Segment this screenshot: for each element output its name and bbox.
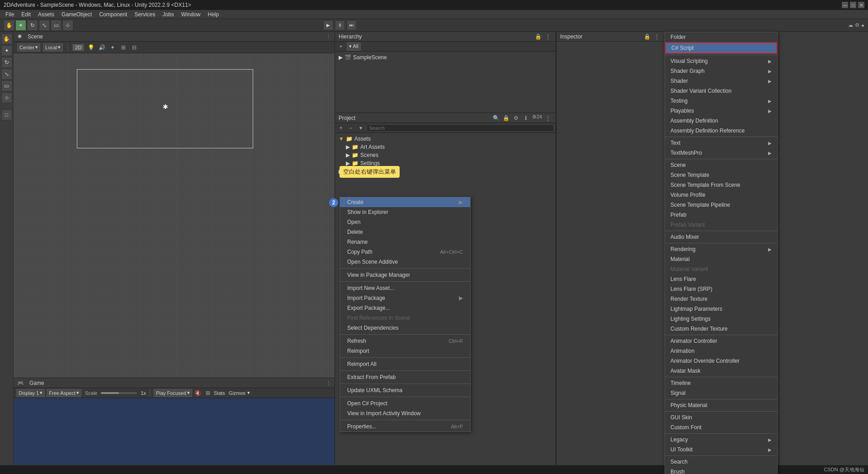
tool-move[interactable]: ✦ (1, 45, 12, 56)
create-menu-gui-skin[interactable]: GUI Skin (665, 412, 777, 422)
ctx-extractprefab[interactable]: Extract From Prefab (340, 372, 470, 382)
hierarchy-add[interactable]: + (337, 43, 345, 51)
ctx-copypath[interactable]: Copy Path Alt+Ctrl+C (340, 247, 470, 257)
menu-gameobject[interactable]: GameObject (58, 10, 95, 19)
menu-component[interactable]: Component (95, 10, 131, 19)
menu-window[interactable]: Window (178, 10, 204, 19)
scene-view[interactable]: ✱ (14, 53, 335, 378)
menu-file[interactable]: File (2, 10, 18, 19)
2d-button[interactable]: 2D (72, 44, 84, 51)
create-menu-scene[interactable]: Scene (665, 160, 777, 170)
audio-toggle[interactable]: 🔊 (98, 43, 106, 52)
lighting-toggle[interactable]: 💡 (87, 43, 95, 52)
local-dropdown[interactable]: Local▾ (43, 43, 63, 52)
project-lock[interactable]: 🔒 (502, 114, 510, 122)
ctx-properties[interactable]: Properties... Alt+P (340, 422, 470, 431)
ctx-show-explorer[interactable]: Show in Explorer (340, 207, 470, 217)
create-menu-lens-flare-srp[interactable]: Lens Flare (SRP) (665, 284, 777, 294)
project-item-scenes[interactable]: ▶ 📁 Scenes (337, 151, 554, 159)
project-tab-label[interactable]: Project (339, 115, 355, 121)
ctx-uxmlschema[interactable]: Update UXML Schema (340, 385, 470, 395)
create-menu-playables[interactable]: Playables ▶ (665, 106, 777, 116)
tool-custom[interactable]: ⊹ (1, 92, 12, 103)
create-menu-physic-material[interactable]: Physic Material (665, 400, 777, 410)
project-filter[interactable]: ▾ (357, 124, 365, 132)
create-menu-folder[interactable]: Folder (665, 32, 777, 42)
create-menu-custom-render-texture[interactable]: Custom Render Texture (665, 324, 777, 334)
create-menu-assembly-def-ref[interactable]: Assembly Definition Reference (665, 126, 777, 136)
create-menu-ui-toolkit[interactable]: UI Toolkit ▶ (665, 445, 777, 455)
tool-snap[interactable]: □ (1, 109, 12, 120)
project-settings[interactable]: ⚙ (512, 114, 520, 122)
rect-tool[interactable]: ▭ (51, 20, 61, 31)
create-menu-animation[interactable]: Animation (665, 346, 777, 356)
create-menu-signal[interactable]: Signal (665, 388, 777, 398)
inspector-lock[interactable]: 🔒 (643, 33, 651, 41)
inspector-tab-label[interactable]: Inspector (560, 33, 582, 40)
ctx-opencsharp[interactable]: Open C# Project (340, 398, 470, 408)
step-button[interactable]: ⏭ (347, 20, 357, 30)
project-search-input[interactable] (367, 124, 554, 132)
close-button[interactable]: ✕ (858, 2, 864, 8)
menu-edit[interactable]: Edit (18, 10, 34, 19)
create-menu-shader[interactable]: Shader ▶ (665, 76, 777, 86)
aspect-dropdown[interactable]: Free Aspect▾ (47, 389, 81, 397)
create-menu-avatar-mask[interactable]: Avatar Mask (665, 366, 777, 376)
menu-services[interactable]: Services (131, 10, 159, 19)
create-menu-lighting-settings[interactable]: Lighting Settings (665, 314, 777, 324)
stats-label[interactable]: Stats (214, 390, 225, 396)
menu-assets[interactable]: Assets (34, 10, 58, 19)
rotate-tool[interactable]: ↻ (27, 20, 38, 31)
ctx-rename[interactable]: Rename (340, 237, 470, 247)
game-tab-label[interactable]: Game (29, 380, 44, 386)
ctx-open[interactable]: Open (340, 217, 470, 227)
play-button[interactable]: ▶ (323, 20, 333, 30)
stats-toggle[interactable]: ⊞ (204, 389, 212, 397)
game-options[interactable]: ⋮ (326, 380, 331, 385)
scene-options[interactable]: ⋮ (326, 34, 331, 39)
play-focused-dropdown[interactable]: Play Focused▾ (154, 389, 192, 397)
create-menu-material[interactable]: Material (665, 254, 777, 264)
project-minus[interactable]: − (347, 124, 355, 132)
ctx-create[interactable]: Create ▶ (340, 197, 470, 207)
scene-grid[interactable]: ⊟ (130, 43, 138, 52)
ctx-reimportall[interactable]: Reimport All (340, 359, 470, 369)
create-menu-animator-controller[interactable]: Animator Controller (665, 336, 777, 346)
scene-tab[interactable]: ☀ (17, 33, 22, 40)
menu-help[interactable]: Help (204, 10, 223, 19)
create-menu-rendering[interactable]: Rendering ▶ (665, 244, 777, 254)
project-item-artassets[interactable]: ▶ 📁 Art Assets (337, 143, 554, 151)
create-menu-animator-override[interactable]: Animator Override Controller (665, 356, 777, 366)
mute-button[interactable]: 🔇 (194, 389, 202, 397)
maximize-button[interactable]: □ (850, 2, 856, 8)
create-menu-brush[interactable]: Brush (665, 467, 777, 474)
scale-slider[interactable] (101, 392, 137, 394)
ctx-exportpkg[interactable]: Export Package... (340, 303, 470, 313)
create-menu-lightmap-params[interactable]: Lightmap Parameters (665, 304, 777, 314)
create-menu-lens-flare[interactable]: Lens Flare (665, 274, 777, 284)
hierarchy-filter[interactable]: ▾ All (347, 43, 361, 51)
hierarchy-options[interactable]: ⋮ (544, 33, 552, 41)
ctx-viewimport[interactable]: View in Import Activity Window (340, 408, 470, 418)
project-add[interactable]: + (337, 124, 345, 132)
ctx-openscene[interactable]: Open Scene Additive (340, 257, 470, 267)
ctx-viewpkg[interactable]: View in Package Manager (340, 270, 470, 280)
project-info[interactable]: ℹ (522, 114, 530, 122)
pause-button[interactable]: ⏸ (335, 20, 345, 30)
scene-tab-label[interactable]: Scene (28, 33, 43, 40)
create-menu-timeline[interactable]: Timeline (665, 378, 777, 388)
minimize-button[interactable]: — (842, 2, 848, 8)
tool-hand[interactable]: ✋ (1, 33, 12, 44)
tool-rect[interactable]: ▭ (1, 81, 12, 91)
ctx-importpkg[interactable]: Import Package ▶ (340, 293, 470, 303)
project-item-assets[interactable]: ▼ 📁 Assets (337, 135, 554, 143)
display-dropdown[interactable]: Display 1▾ (16, 389, 45, 397)
create-menu-assembly-def[interactable]: Assembly Definition (665, 116, 777, 126)
scene-gizmos[interactable]: ⊞ (119, 43, 127, 52)
project-options[interactable]: ⋮ (544, 114, 552, 122)
create-menu-textmeshpro[interactable]: TextMeshPro ▶ (665, 148, 777, 158)
create-menu-shader-variant[interactable]: Shader Variant Collection (665, 86, 777, 96)
create-menu-visual-scripting[interactable]: Visual Scripting ▶ (665, 56, 777, 66)
fx-toggle[interactable]: ✦ (108, 43, 117, 52)
ctx-delete[interactable]: Delete (340, 227, 470, 237)
